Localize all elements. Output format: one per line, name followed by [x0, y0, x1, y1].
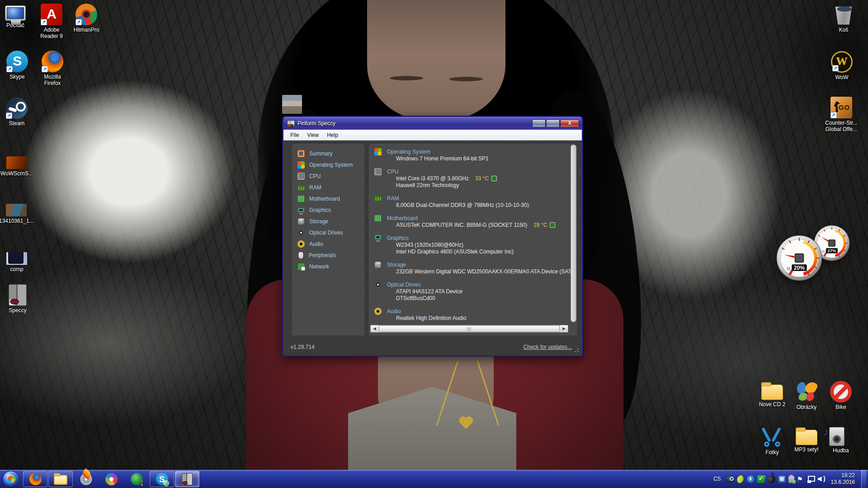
- sidebar-item-operating-system[interactable]: Operating System: [292, 159, 365, 170]
- desktop-icon-steam[interactable]: Steam: [0, 97, 34, 127]
- desktop-icon-wow[interactable]: WoW: [825, 51, 859, 80]
- sidebar-item-label: Operating System: [309, 162, 353, 168]
- tray-icon-lime[interactable]: [735, 474, 745, 484]
- menu-file[interactable]: File: [286, 131, 303, 140]
- desktop-icon-comp[interactable]: comp: [0, 248, 34, 272]
- vertical-scrollbar[interactable]: [571, 145, 576, 322]
- desktop-icon-image-13410361[interactable]: 13410361_1...: [0, 199, 33, 224]
- meter-gadget[interactable]: 27%: [770, 225, 858, 291]
- show-desktop-button[interactable]: [861, 470, 866, 488]
- start-button[interactable]: [3, 471, 19, 487]
- taskbar-button-speccy[interactable]: [175, 471, 199, 487]
- desktop-icon-label: WoWScrnS...: [0, 170, 34, 177]
- maximize-button[interactable]: □: [546, 119, 560, 127]
- desktop-icon-pocitac[interactable]: Počítač: [0, 4, 33, 28]
- skype-icon: [6, 51, 28, 72]
- desktop-icon-skype[interactable]: Skype: [0, 51, 34, 80]
- language-indicator[interactable]: CS: [711, 476, 723, 482]
- title-bar[interactable]: Piriform Speccy ─ □ X: [283, 117, 582, 130]
- scrollbar-thumb[interactable]: |||: [379, 325, 560, 332]
- desktop-icon-mp3-sety[interactable]: MP3 sety!: [789, 426, 824, 453]
- taskbar-button-download-manager[interactable]: [124, 471, 149, 487]
- desktop-icon-label: Hudba: [824, 447, 858, 454]
- temperature-chip-icon: [491, 176, 497, 181]
- desktop-icon-adobe-reader-9[interactable]: Adobe Reader 9: [34, 4, 69, 39]
- sidebar-item-label: CPU: [309, 173, 321, 179]
- section-body: MotherboardASUSTeK COMPUTER INC. B85M-G …: [387, 215, 555, 229]
- desktop-icon-obrazky[interactable]: Obrázky: [789, 381, 824, 410]
- sidebar-item-storage[interactable]: Storage: [292, 216, 365, 227]
- desktop-icon-label: Fotky: [755, 449, 789, 455]
- window-client-area: SummaryOperating SystemCPURAMMotherboard…: [284, 141, 581, 354]
- cpu-usage-gauge[interactable]: 20%: [776, 235, 822, 281]
- graphics-icon: [374, 235, 382, 240]
- image-13410361-icon: [6, 204, 27, 216]
- taskbar-button-skype[interactable]: S: [150, 471, 174, 487]
- section-title: Graphics: [387, 235, 514, 242]
- sidebar-item-peripherals[interactable]: Peripherals: [292, 249, 365, 261]
- sidebar-item-cpu[interactable]: CPU: [292, 170, 365, 182]
- sidebar-panel: SummaryOperating SystemCPURAMMotherboard…: [291, 143, 365, 336]
- tray-icon-usb[interactable]: [788, 476, 794, 483]
- desktop-icon-fotky[interactable]: Fotky: [755, 426, 789, 455]
- status-bar: v1.29.714 Check for updates...: [284, 339, 581, 354]
- detail-text: W2343 (868x488@60Hz): [396, 242, 463, 248]
- tray-icon-flag[interactable]: [797, 475, 805, 483]
- tray-icon-daemon[interactable]: [778, 475, 786, 483]
- desktop-icon-speccy[interactable]: Speccy: [0, 284, 35, 314]
- section-title: Motherboard: [387, 215, 555, 222]
- tray-icon-lightning[interactable]: [747, 475, 755, 483]
- wallpaper-face: [367, 0, 505, 121]
- desktop-icon-hitmanpro[interactable]: HitmanPro: [69, 4, 104, 33]
- shortcut-arrow-icon: [9, 299, 15, 305]
- section-title: RAM: [387, 195, 529, 202]
- section-graphics: GraphicsW2343 (868x488@60Hz)Intel HD G…: [374, 235, 577, 255]
- scroll-left-arrow[interactable]: ◀: [371, 325, 378, 332]
- minimize-button[interactable]: ─: [532, 119, 546, 127]
- sidebar-item-audio[interactable]: Audio: [292, 238, 365, 249]
- handle: [775, 441, 780, 447]
- taskbar-button-explorer[interactable]: [48, 471, 73, 487]
- ram-icon: [374, 196, 382, 201]
- scroll-right-arrow[interactable]: ▶: [560, 325, 568, 332]
- desktop-icon-kos[interactable]: Koš: [826, 4, 861, 33]
- desktop-icon-label: WoW: [825, 74, 859, 80]
- clock-date: 13.6.2016: [831, 479, 855, 486]
- resize-grip[interactable]: [574, 347, 580, 353]
- horizontal-scrollbar[interactable]: ◀ ||| ▶: [370, 325, 568, 333]
- hitmanpro-icon: [75, 4, 97, 25]
- desktop-icon-hudba[interactable]: Hudba: [824, 426, 858, 454]
- desktop-icon-mozilla-firefox[interactable]: Mozilla Firefox: [35, 51, 70, 86]
- menu-view[interactable]: View: [303, 131, 323, 140]
- desktop-icon-wow-screenshot[interactable]: WoWScrnS...: [0, 152, 34, 177]
- sidebar-item-graphics[interactable]: Graphics: [292, 204, 365, 216]
- sidebar-item-motherboard[interactable]: Motherboard: [292, 193, 365, 204]
- sidebar-item-ram[interactable]: RAM: [292, 182, 365, 193]
- temperature-chip-icon: [550, 222, 555, 228]
- menu-help[interactable]: Help: [323, 131, 342, 140]
- tray-icon-greenflag[interactable]: [757, 475, 765, 483]
- desktop-icon-nove-cd-2[interactable]: Nove CD 2: [755, 381, 789, 408]
- section-detail-row: Haswell 22nm Technology: [387, 182, 497, 189]
- window-title: Piriform Speccy: [297, 120, 532, 127]
- desktop-icon-csgo[interactable]: Counter-Str... Global Offe...: [824, 97, 859, 132]
- tray-icon-volume[interactable]: [818, 475, 826, 483]
- sidebar-item-network[interactable]: Network: [292, 261, 365, 272]
- section-detail-row: Windows 7 Home Premium 64-bit SP1: [387, 155, 489, 162]
- desktop-icon-bike[interactable]: Bike: [824, 381, 858, 410]
- tray-icon-steam[interactable]: [726, 475, 734, 483]
- firefox-icon: [29, 473, 42, 485]
- taskbar-button-picasa[interactable]: [99, 471, 123, 487]
- sidebar-item-optical-drives[interactable]: Optical Drives: [292, 227, 365, 238]
- taskbar-button-disc-burner[interactable]: [74, 471, 98, 487]
- pocitac-icon: [5, 5, 26, 21]
- tray-icon-network[interactable]: [807, 476, 815, 483]
- check-for-updates-link[interactable]: Check for updates...: [524, 344, 572, 350]
- taskbar-clock[interactable]: 18:22 13.6.2016: [828, 472, 859, 486]
- taskbar-button-firefox[interactable]: [23, 471, 47, 487]
- close-button[interactable]: X: [560, 119, 579, 127]
- sidebar-item-summary[interactable]: Summary: [292, 148, 365, 159]
- tray-icon-satellite[interactable]: [766, 474, 776, 484]
- wing: [805, 392, 815, 402]
- section-motherboard: MotherboardASUSTeK COMPUTER INC. B85M-G …: [374, 215, 577, 229]
